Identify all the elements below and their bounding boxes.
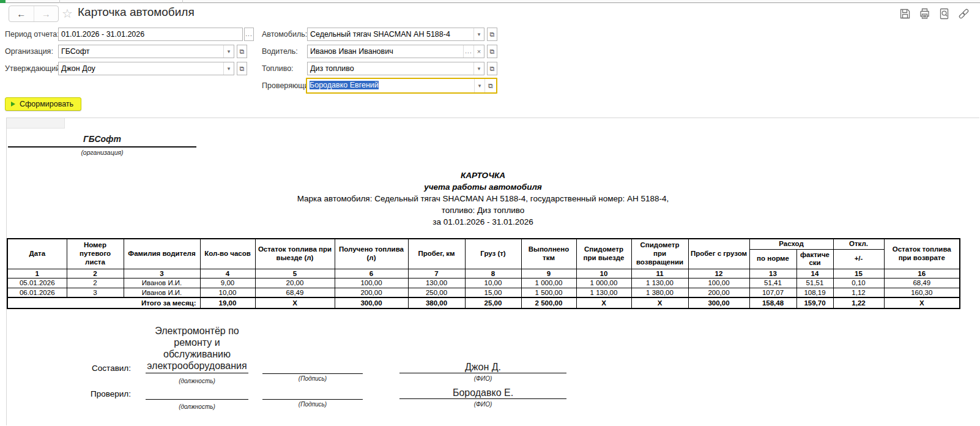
- table-cell: 68,49: [255, 288, 335, 297]
- name-caption: (ФИО): [399, 401, 566, 408]
- table-cell: 1 500,00: [521, 288, 576, 297]
- totals-row: Итого за месяц: 19,00 X 300,00 380,00 25…: [7, 297, 960, 308]
- header-cell: Остаток топлива при выезде (л): [255, 239, 335, 269]
- preview-icon[interactable]: [938, 7, 951, 20]
- checker-input[interactable]: Бородавко Евгений ▾: [307, 79, 484, 92]
- table-cell: 1 130,00: [576, 288, 631, 297]
- totals-cell: 300,00: [335, 297, 408, 308]
- approver-open-button[interactable]: ⧉: [237, 62, 247, 75]
- totals-cell: 159,70: [796, 297, 833, 308]
- totals-cell: 300,00: [688, 297, 749, 308]
- header-cell: Получено топлива (л): [335, 239, 408, 269]
- table-cell: 108,19: [796, 288, 833, 297]
- header-cell: Фамилия водителя: [124, 239, 200, 269]
- table-cell: 15,00: [465, 288, 521, 297]
- back-button[interactable]: ←: [9, 6, 34, 21]
- organization-label: Организация:: [5, 45, 53, 58]
- table-cell: 10,00: [465, 278, 521, 288]
- report-subtitle-line3: за 01.01.2026 - 31.01.2026: [7, 216, 959, 228]
- signature-line: [262, 373, 363, 374]
- table-cell: 100,00: [688, 278, 749, 288]
- report-period-choose-button[interactable]: ...: [244, 28, 254, 41]
- vehicle-input[interactable]: Седельный тягач SHACMAN АН 5188-4 ▾: [307, 28, 484, 41]
- forward-button[interactable]: →: [34, 6, 59, 21]
- header-cell: Выполнено ткм: [521, 239, 576, 269]
- vehicle-label: Автомобиль:: [262, 28, 307, 41]
- dropdown-icon[interactable]: ▾: [473, 28, 484, 40]
- position-line: [146, 399, 248, 400]
- approver-label: Утверждающий:: [5, 62, 62, 75]
- header-cell: Груз (т): [465, 239, 521, 269]
- page-title: Карточка автомобиля: [78, 6, 195, 19]
- driver-input[interactable]: Иванов Иван Иванович ... ×: [307, 45, 484, 58]
- dropdown-icon[interactable]: ▾: [473, 62, 484, 75]
- report-period-input[interactable]: 01.01.2026 - 31.01.2026: [58, 28, 243, 41]
- col-number: 2: [67, 269, 124, 278]
- organization-open-button[interactable]: ⧉: [237, 45, 247, 58]
- col-number: 16: [884, 269, 960, 278]
- table-cell: 9,00: [200, 278, 255, 288]
- table-cell: Иванов И.И.: [124, 288, 200, 297]
- fuel-label: Топливо:: [262, 62, 294, 75]
- totals-cell: 25,00: [465, 297, 521, 308]
- table-cell: 130,00: [408, 278, 465, 288]
- vehicle-card-window: ← → ☆ Карточка автомобиля Период отчета:…: [0, 0, 980, 426]
- save-icon[interactable]: [899, 7, 911, 20]
- position-caption: (должность): [146, 403, 248, 410]
- totals-cell: 158,48: [749, 297, 796, 308]
- table-cell: 1 380,00: [631, 288, 688, 297]
- approver-input[interactable]: Джон Доу ▾: [58, 62, 234, 75]
- col-number: 8: [465, 269, 521, 278]
- table-row: 05.01.2026 2 Иванов И.И. 9,00 20,00 100,…: [7, 278, 960, 288]
- print-icon[interactable]: [918, 7, 931, 20]
- selected-text: Бородавко Евгений: [310, 81, 379, 89]
- driver-choose-icon[interactable]: ...: [463, 45, 473, 58]
- nav-group: ← →: [9, 6, 59, 22]
- report-period-label: Период отчета:: [5, 28, 59, 41]
- totals-cell: 19,00: [200, 297, 255, 308]
- header-cell: Спидометр при выезде: [576, 239, 631, 269]
- totals-cell: X: [576, 297, 631, 308]
- fuel-open-button[interactable]: ⧉: [487, 62, 497, 75]
- fuel-input[interactable]: Диз топливо ▾: [307, 62, 484, 75]
- table-cell: 51,51: [796, 278, 833, 288]
- header-cell: Спидометр при возвращении: [631, 239, 688, 269]
- header-cell: по норме: [749, 249, 796, 269]
- table-row: 06.01.2026 3 Иванов И.И. 10,00 68,49 200…: [7, 288, 960, 297]
- signature-line: [262, 399, 363, 400]
- organization-input[interactable]: ГБСофт ▾: [58, 45, 234, 58]
- composed-name: Джон Д.: [399, 362, 566, 373]
- dropdown-icon[interactable]: ▾: [223, 62, 234, 75]
- dropdown-icon[interactable]: ▾: [474, 79, 484, 92]
- vehicle-open-button[interactable]: ⧉: [487, 28, 497, 41]
- organization-block: ГБСофт (организация): [8, 134, 196, 156]
- table-cell: 1 000,00: [521, 278, 576, 288]
- clear-icon[interactable]: ×: [473, 45, 484, 58]
- checker-field-focused: Бородавко Евгений ▾ ⧉: [306, 78, 497, 94]
- organization-caption: (организация): [8, 149, 196, 156]
- table-cell: 06.01.2026: [7, 288, 67, 297]
- header-group-otkl: Откл.: [833, 239, 884, 249]
- composed-position: Электромонтёр по ремонту и обслуживанию …: [146, 325, 248, 373]
- favorite-star-icon[interactable]: ☆: [62, 6, 73, 21]
- table-cell: 250,00: [408, 288, 465, 297]
- header-cell: Номер путевого листа: [67, 239, 124, 269]
- toolbar-icons: [899, 7, 970, 20]
- header-cell: Дата: [7, 239, 67, 269]
- table-cell: 107,07: [749, 288, 796, 297]
- header-cell: Кол-во часов: [200, 239, 255, 269]
- checker-open-button[interactable]: ⧉: [484, 79, 496, 92]
- position-caption: (должность): [146, 378, 248, 384]
- dropdown-icon[interactable]: ▾: [223, 45, 234, 58]
- generate-button[interactable]: Сформировать: [5, 97, 81, 111]
- totals-cell: X: [884, 297, 960, 308]
- report-area: ГБСофт (организация) КАРТОЧКА учета рабо…: [6, 118, 979, 425]
- report-title-line1: КАРТОЧКА: [7, 170, 959, 181]
- report-subtitle-line2: топливо: Диз топливо: [7, 204, 959, 216]
- col-number: 11: [631, 269, 688, 278]
- spreadsheet-corner: [7, 118, 65, 129]
- link-icon[interactable]: [957, 7, 970, 20]
- tab-divider: [59, 0, 60, 3]
- driver-open-button[interactable]: ⧉: [487, 45, 497, 58]
- table-cell: 160,30: [884, 288, 960, 297]
